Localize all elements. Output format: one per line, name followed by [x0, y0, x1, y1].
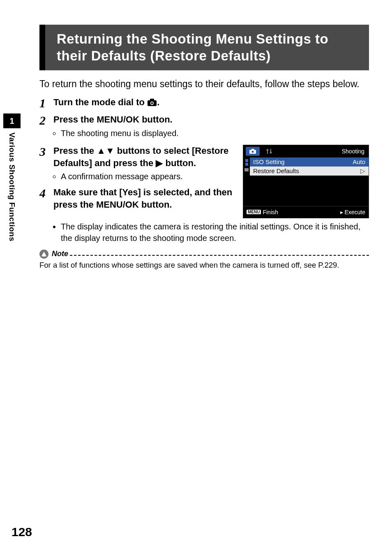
side-tab: 1 Various Shooting Functions [3, 113, 21, 241]
step-1-text: Turn the mode dial to . [53, 96, 369, 110]
step-1: 1 Turn the mode dial to . [39, 96, 369, 111]
intro-text: To return the shooting menu settings to … [39, 78, 369, 90]
step-3-text: Press the ▲▼ buttons to select [Restore … [53, 145, 235, 169]
steps-list: 1 Turn the mode dial to . 2 Press the ME… [39, 96, 369, 218]
setup-tab-icon [262, 147, 276, 156]
step-2: 2 Press the MENU/OK button. The shooting… [39, 113, 369, 142]
step-4-text: Make sure that [Yes] is selected, and th… [53, 186, 235, 211]
section-title: Returning the Shooting Menu Settings to … [57, 30, 362, 65]
up-triangle-icon: ▲ [97, 146, 106, 156]
step-number: 2 [39, 113, 53, 127]
step-3-sub: A confirmation message appears. [61, 171, 235, 182]
note-label: Note [52, 250, 68, 258]
menu-screenshot: Shooting ISO Setting Auto Restore Defaul… [243, 145, 369, 218]
screenshot-title: Shooting [342, 148, 364, 155]
step-2-sub: The shooting menu is displayed. [61, 127, 369, 139]
svg-rect-10 [270, 152, 272, 153]
note-header: Note [39, 250, 369, 259]
page-number: 128 [12, 525, 32, 539]
right-caret-icon: ▷ [360, 167, 365, 175]
note-dash-rule [70, 255, 369, 256]
side-tab-number: 1 [3, 113, 21, 128]
svg-rect-7 [267, 149, 268, 154]
svg-point-3 [151, 102, 153, 104]
screenshot-row-restore: Restore Defaults ▷ [250, 167, 369, 176]
screenshot-footer: MENU Finish ▸ Execute [243, 206, 369, 218]
step-number: 1 [39, 96, 53, 110]
step-3-4-row: 3 Press the ▲▼ buttons to select [Restor… [39, 145, 369, 218]
step-2-text: Press the MENU/OK button. [53, 113, 369, 126]
down-triangle-icon: ▼ [106, 146, 115, 156]
section-title-banner: Returning the Shooting Menu Settings to … [39, 25, 369, 70]
note-icon [39, 250, 48, 259]
side-tab-label: Various Shooting Functions [7, 132, 16, 241]
svg-rect-8 [270, 149, 271, 154]
menu-badge: MENU [247, 210, 261, 214]
screenshot-row-iso: ISO Setting Auto [250, 157, 369, 167]
step-4-sub: The display indicates the camera is rest… [61, 221, 369, 244]
screenshot-tab-bar: Shooting [243, 145, 369, 157]
note-body: For a list of functions whose settings a… [39, 260, 369, 270]
step-number: 3 [39, 145, 53, 158]
screenshot-iso-value: Auto [353, 158, 365, 165]
sd-card-icon [244, 168, 249, 171]
svg-rect-5 [251, 149, 254, 150]
right-triangle-icon: ▶ [156, 158, 163, 168]
camera-tab-icon [246, 147, 260, 156]
footer-execute: ▸ Execute [340, 209, 365, 215]
screenshot-side-indicator [243, 157, 250, 206]
svg-rect-9 [267, 150, 269, 151]
camera-icon [147, 97, 157, 110]
footer-finish: Finish [263, 209, 278, 215]
step-number: 4 [39, 186, 53, 200]
svg-point-6 [252, 150, 254, 153]
svg-rect-1 [150, 99, 154, 101]
